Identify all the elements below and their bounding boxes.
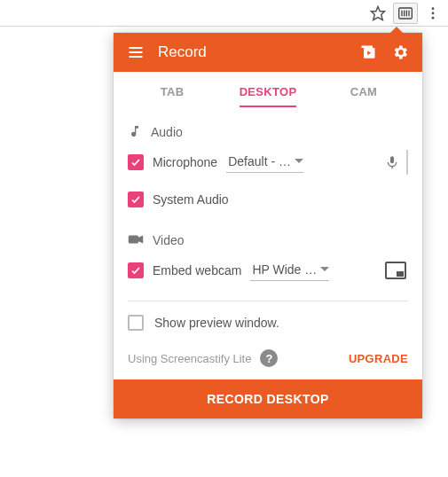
chevron-down-icon xyxy=(295,159,303,163)
embed-webcam-row: Embed webcam HP Wide … xyxy=(128,254,408,286)
app-title: Record xyxy=(158,43,207,61)
svg-point-7 xyxy=(432,12,435,14)
webcam-device-value: HP Wide … xyxy=(252,262,317,277)
microphone-label: Microphone xyxy=(153,155,217,169)
svg-rect-13 xyxy=(362,46,373,49)
lite-text: Using Screencastify Lite xyxy=(128,352,251,365)
browser-toolbar xyxy=(0,0,448,27)
bookmark-star-icon[interactable] xyxy=(366,2,389,25)
recordings-library-icon[interactable] xyxy=(358,43,378,62)
chevron-down-icon xyxy=(320,267,329,271)
show-preview-checkbox[interactable] xyxy=(128,315,144,331)
video-camera-icon xyxy=(128,233,144,248)
svg-rect-3 xyxy=(404,10,405,16)
app-bar: Record xyxy=(114,33,422,72)
tab-cam[interactable]: CAM xyxy=(316,76,412,107)
audio-header-label: Audio xyxy=(151,125,183,139)
webcam-device-select[interactable]: HP Wide … xyxy=(250,261,329,281)
mic-level-icon[interactable] xyxy=(383,150,408,175)
svg-rect-15 xyxy=(390,156,394,163)
svg-rect-4 xyxy=(406,10,407,16)
record-desktop-button[interactable]: RECORD DESKTOP xyxy=(114,379,422,418)
audio-section: Audio Microphone Default - … System Audi… xyxy=(114,111,422,223)
audio-note-icon xyxy=(128,124,142,141)
show-preview-label: Show preview window. xyxy=(154,316,279,330)
preview-row: Show preview window. xyxy=(114,301,422,344)
microphone-row: Microphone Default - … xyxy=(128,146,408,178)
video-section: Video Embed webcam HP Wide … xyxy=(114,223,422,293)
browser-menu-icon[interactable] xyxy=(421,2,444,25)
system-audio-label: System Audio xyxy=(153,192,229,207)
footer-row: Using Screencastify Lite ? UPGRADE xyxy=(114,344,422,379)
svg-point-8 xyxy=(432,16,435,19)
svg-rect-2 xyxy=(401,10,402,16)
tab-tab[interactable]: TAB xyxy=(124,76,220,107)
svg-rect-5 xyxy=(408,10,409,16)
help-icon[interactable]: ? xyxy=(260,349,278,367)
picture-in-picture-icon[interactable] xyxy=(383,258,408,283)
svg-marker-18 xyxy=(138,235,143,243)
microphone-device-select[interactable]: Default - … xyxy=(226,152,303,173)
embed-webcam-label: Embed webcam xyxy=(153,263,241,278)
extension-popup: Record TAB DESKTOP CAM Audio Microphone … xyxy=(114,33,422,418)
tab-bar: TAB DESKTOP CAM xyxy=(114,72,422,111)
extension-button[interactable] xyxy=(393,3,418,24)
hamburger-menu-icon[interactable] xyxy=(126,43,145,62)
upgrade-link[interactable]: UPGRADE xyxy=(349,352,408,365)
settings-gear-icon[interactable] xyxy=(390,43,410,62)
svg-point-6 xyxy=(432,7,435,10)
popup-arrow xyxy=(389,27,404,34)
embed-webcam-checkbox[interactable] xyxy=(128,262,144,278)
system-audio-row: System Audio xyxy=(128,184,408,215)
tab-desktop[interactable]: DESKTOP xyxy=(220,76,316,107)
microphone-checkbox[interactable] xyxy=(128,154,144,170)
svg-marker-0 xyxy=(372,6,385,20)
svg-rect-1 xyxy=(399,8,413,19)
microphone-device-value: Default - … xyxy=(228,154,291,168)
svg-rect-17 xyxy=(129,235,138,243)
system-audio-checkbox[interactable] xyxy=(128,192,144,207)
video-header-label: Video xyxy=(153,233,185,247)
